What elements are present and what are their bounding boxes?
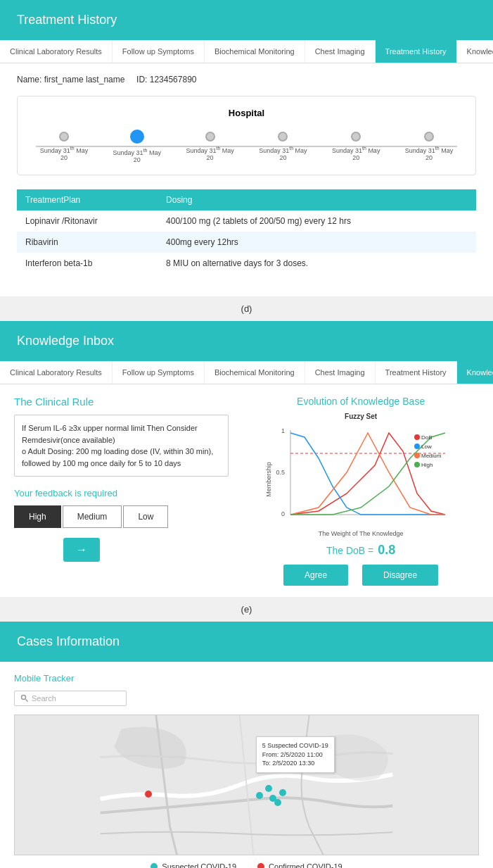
timeline-dot-5 bbox=[424, 132, 434, 141]
tab-treatment-history-2[interactable]: Treatment History bbox=[376, 361, 457, 384]
treatment-history-section: Treatment History Clinical Laboratory Re… bbox=[0, 0, 493, 321]
feedback-high-button[interactable]: High bbox=[14, 505, 61, 528]
svg-text:0: 0 bbox=[281, 510, 285, 517]
knowledge-inbox-header: Knowledge Inbox bbox=[0, 321, 493, 361]
feedback-medium-button[interactable]: Medium bbox=[63, 505, 122, 528]
map-svg bbox=[15, 715, 478, 855]
timeline-label-1: Sunday 31th May 20 bbox=[109, 148, 165, 163]
fuzzy-chart: 1 0.5 0 Membership bbox=[262, 423, 459, 536]
search-icon bbox=[20, 694, 29, 703]
timeline-node-2[interactable]: Sunday 31th May 20 bbox=[182, 132, 238, 161]
svg-text:Medium: Medium bbox=[421, 453, 442, 459]
tab-clinical-lab-2[interactable]: Clinical Laboratory Results bbox=[0, 361, 113, 384]
tab-biochemical-1[interactable]: Biochemical Monitoring bbox=[205, 40, 305, 63]
svg-text:Low: Low bbox=[421, 444, 432, 450]
timeline-label-5: Sunday 31th May 20 bbox=[401, 146, 457, 161]
tab-chest-imaging-1[interactable]: Chest Imaging bbox=[305, 40, 376, 63]
tab-biochemical-2[interactable]: Biochemical Monitoring bbox=[205, 361, 305, 384]
treatment-history-tabs: Clinical Laboratory Results Follow up Sy… bbox=[0, 40, 493, 63]
clinical-rule-title: The Clinical Rule bbox=[14, 396, 229, 408]
timeline-track: Sunday 31th May 20 Sunday 31th May 20 Su… bbox=[29, 130, 464, 163]
knowledge-left: The Clinical Rule If Serum IL-6 ≥3x uppe… bbox=[14, 396, 229, 586]
map-dot-suspected-3 bbox=[265, 785, 272, 792]
figure-d-label: (d) bbox=[0, 296, 493, 321]
timeline-node-4[interactable]: Sunday 31th May 20 bbox=[328, 132, 384, 161]
svg-point-13 bbox=[414, 462, 420, 467]
svg-text:1: 1 bbox=[281, 427, 285, 434]
tab-clinical-lab-1[interactable]: Clinical Laboratory Results bbox=[0, 40, 113, 63]
timeline-node-5[interactable]: Sunday 31th May 20 bbox=[401, 132, 457, 161]
map-legend: Suspected COVID-19 Confirmed COVID-19 bbox=[14, 862, 479, 868]
submit-feedback-button[interactable]: → bbox=[63, 538, 100, 562]
dosing-3: 8 MIU on alternative days for 3 doses. bbox=[158, 253, 476, 274]
timeline-node-0: Sunday 31th May 20 bbox=[36, 132, 92, 161]
cases-information-section: Cases Information Mobile Tracker Search bbox=[0, 622, 493, 868]
timeline-dot-2 bbox=[205, 132, 215, 141]
legend-confirmed: Confirmed COVID-19 bbox=[257, 862, 342, 868]
col-treatment-plan: TreatmentPlan bbox=[17, 189, 158, 210]
tooltip-line1: 5 Suspected COVID-19 bbox=[262, 741, 328, 750]
svg-text:High: High bbox=[421, 462, 433, 468]
feedback-low-button[interactable]: Low bbox=[123, 505, 168, 528]
feedback-buttons: High Medium Low bbox=[14, 505, 229, 528]
tab-followup-2[interactable]: Follow up Symptoms bbox=[113, 361, 205, 384]
tab-treatment-history-1[interactable]: Treatment History bbox=[376, 40, 457, 63]
treatment-plan-1: Lopinavir /Ritonavir bbox=[17, 210, 158, 232]
knowledge-right: Evolution of Knowledge Base Fuzzy Set 1 … bbox=[243, 396, 479, 586]
suspected-legend-dot bbox=[151, 863, 158, 868]
map-tooltip: 5 Suspected COVID-19 From: 2/5/2020 11:0… bbox=[256, 736, 335, 773]
mobile-tracker-title: Mobile Tracker bbox=[14, 673, 479, 684]
timeline-label-2: Sunday 31th May 20 bbox=[182, 146, 238, 161]
timeline-title: Hospital bbox=[29, 108, 464, 118]
tooltip-line3: To: 2/5/2020 13:30 bbox=[262, 759, 328, 768]
figure-e-label: (e) bbox=[0, 597, 493, 622]
fuzzy-set-title: Fuzzy Set bbox=[243, 413, 479, 420]
timeline-node-1[interactable]: Sunday 31th May 20 bbox=[109, 130, 165, 163]
tab-chest-imaging-2[interactable]: Chest Imaging bbox=[305, 361, 376, 384]
knowledge-body: The Clinical Rule If Serum IL-6 ≥3x uppe… bbox=[0, 384, 493, 597]
timeline-dot-1 bbox=[130, 130, 144, 144]
knowledge-inbox-tabs: Clinical Laboratory Results Follow up Sy… bbox=[0, 361, 493, 384]
search-placeholder: Search bbox=[32, 694, 56, 703]
tab-followup-1[interactable]: Follow up Symptoms bbox=[113, 40, 205, 63]
timeline-dot-4 bbox=[351, 132, 361, 141]
table-row: Ribavirin 400mg every 12hrs bbox=[17, 232, 476, 253]
map-dot-confirmed bbox=[145, 791, 152, 798]
dosing-1: 400/100 mg (2 tablets of 200/50 mg) ever… bbox=[158, 210, 476, 232]
table-row: Lopinavir /Ritonavir 400/100 mg (2 table… bbox=[17, 210, 476, 232]
agree-disagree-row: Agree Disagree bbox=[243, 565, 479, 586]
disagree-button[interactable]: Disagree bbox=[362, 565, 438, 586]
knowledge-inbox-section: Knowledge Inbox Clinical Laboratory Resu… bbox=[0, 321, 493, 622]
treatment-history-header: Treatment History bbox=[0, 0, 493, 40]
confirmed-legend-label: Confirmed COVID-19 bbox=[269, 862, 342, 868]
treatment-plan-3: Interferon beta-1b bbox=[17, 253, 158, 274]
timeline-label-3: Sunday 31th May 20 bbox=[255, 146, 311, 161]
timeline-node-3[interactable]: Sunday 31th May 20 bbox=[255, 132, 311, 161]
patient-info: Name: first_name last_name ID: 123456789… bbox=[17, 75, 476, 84]
timeline-dot-0 bbox=[59, 132, 69, 141]
tab-knowledge-inbox-1[interactable]: Knowledge Inbox bbox=[457, 40, 493, 63]
confirmed-legend-dot bbox=[257, 863, 264, 868]
svg-point-7 bbox=[414, 434, 420, 440]
timeline-line bbox=[36, 146, 457, 147]
svg-text:Membership: Membership bbox=[265, 462, 272, 497]
timeline-label-0: Sunday 31th May 20 bbox=[36, 146, 92, 161]
legend-suspected: Suspected COVID-19 bbox=[151, 862, 236, 868]
col-dosing: Dosing bbox=[158, 189, 476, 210]
timeline-label-4: Sunday 31th May 20 bbox=[328, 146, 384, 161]
map-dot-suspected-1 bbox=[256, 792, 263, 799]
svg-text:DoB: DoB bbox=[421, 434, 433, 441]
evolution-title: Evolution of Knowledge Base bbox=[243, 396, 479, 407]
map-dot-suspected-4 bbox=[279, 789, 286, 796]
svg-point-15 bbox=[22, 696, 26, 700]
agree-button[interactable]: Agree bbox=[283, 565, 348, 586]
dosing-2: 400mg every 12hrs bbox=[158, 232, 476, 253]
table-row: Interferon beta-1b 8 MIU on alternative … bbox=[17, 253, 476, 274]
svg-point-11 bbox=[414, 453, 420, 458]
timeline-dot-3 bbox=[278, 132, 288, 141]
treatment-plan-2: Ribavirin bbox=[17, 232, 158, 253]
search-box[interactable]: Search bbox=[14, 691, 127, 706]
tab-knowledge-inbox-2[interactable]: Knowledge Inbox bbox=[457, 361, 493, 384]
cases-body: Mobile Tracker Search bbox=[0, 662, 493, 868]
map-area: 5 Suspected COVID-19 From: 2/5/2020 11:0… bbox=[14, 715, 479, 855]
